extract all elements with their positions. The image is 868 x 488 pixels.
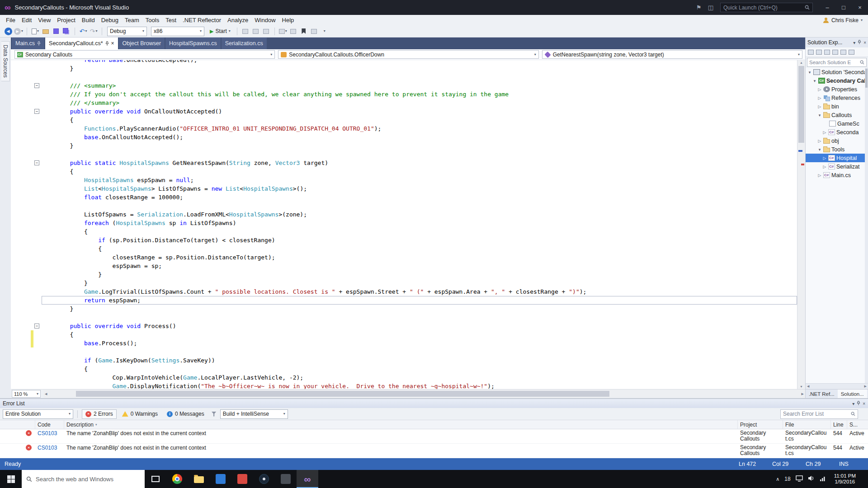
code-line[interactable]: { (11, 330, 797, 339)
menu-view[interactable]: View (35, 15, 54, 25)
collapse-arrow-icon[interactable]: ▾ (807, 70, 812, 75)
column-header-project[interactable]: Project (738, 420, 783, 429)
expand-arrow-icon[interactable]: ▷ (817, 173, 822, 178)
gray-app-taskbar-button[interactable] (275, 470, 297, 488)
error-code-link[interactable]: CS0103 (35, 445, 64, 451)
code-line[interactable]: Game.DisplayNotification("The ~b~Officer… (11, 382, 797, 389)
start-button[interactable] (0, 470, 22, 488)
expand-arrow-icon[interactable]: ▷ (817, 87, 822, 92)
column-header-code[interactable]: Code (35, 420, 64, 429)
panel-tab-net-ref[interactable]: .NET Ref... (806, 389, 838, 398)
column-header-s[interactable]: S... (847, 420, 868, 429)
scrollbar-thumb[interactable] (865, 69, 868, 88)
red-app-taskbar-button[interactable] (231, 470, 253, 488)
fold-collapse-icon[interactable]: − (34, 324, 39, 328)
tree-item-tools[interactable]: ▾Tools (806, 145, 868, 154)
code-line[interactable]: List<HospitalSpawns> ListOfSpawns = new … (11, 184, 797, 193)
window-position-icon[interactable]: ▾ (853, 40, 855, 45)
expand-arrow-icon[interactable]: ▷ (822, 156, 827, 160)
tree-item-secondary-call[interactable]: ▾Secondary Call (806, 76, 868, 85)
editor-vertical-scrollbar[interactable]: ▲ ▼ (797, 60, 805, 389)
visual-studio-taskbar-button[interactable]: ∞ (297, 470, 318, 488)
code-line[interactable]: } (11, 305, 797, 313)
toolbar-options-button[interactable]: ▾ (320, 26, 329, 36)
errors-filter-toggle[interactable]: ×2 Errors (82, 409, 117, 419)
code-line[interactable]: espSpawn = sp; (11, 262, 797, 270)
doc-tab-serialization-cs[interactable]: Serialization.cs (222, 38, 267, 49)
error-list-title-bar[interactable]: Error List ▾ × (0, 399, 868, 408)
breakpoint-margin[interactable] (11, 322, 31, 330)
error-row[interactable]: ×CS0103The name 'ZonahBlip' does not exi… (0, 429, 868, 444)
code-line[interactable]: float closestRange = 100000; (11, 193, 797, 202)
scrollbar-thumb[interactable] (798, 66, 804, 143)
maximize-button[interactable]: □ (835, 0, 852, 15)
scroll-right-icon[interactable]: ▶ (864, 385, 867, 388)
code-line[interactable]: return espSpawn; (11, 296, 797, 305)
volume-tray-icon[interactable] (808, 475, 815, 483)
breakpoint-margin[interactable] (11, 81, 31, 90)
breakpoint-margin[interactable] (11, 262, 31, 270)
menu-build[interactable]: Build (79, 15, 98, 25)
expand-arrow-icon[interactable]: ▷ (817, 104, 822, 109)
doc-tab-secondarycallout-cs[interactable]: SecondaryCallout.cs*× (45, 38, 118, 49)
code-line[interactable]: } (11, 141, 797, 150)
solution-explorer-title-bar[interactable]: Solution Exp... ▾ × (806, 38, 868, 47)
panel-tab-solution[interactable]: Solution... (838, 389, 867, 398)
break-all-button[interactable] (241, 26, 250, 36)
collapse-arrow-icon[interactable]: ▾ (812, 79, 817, 83)
breakpoint-margin[interactable] (11, 330, 31, 339)
breakpoint-margin[interactable] (11, 296, 31, 305)
new-file-button[interactable]: ▾ (31, 26, 40, 36)
breakpoint-margin[interactable] (11, 373, 31, 382)
tree-item-main-cs[interactable]: ▷Main.cs (806, 171, 868, 179)
menu-team[interactable]: Team (122, 15, 142, 25)
breakpoint-margin[interactable] (11, 124, 31, 133)
indent-button[interactable] (310, 26, 319, 36)
breakpoint-margin[interactable] (11, 73, 31, 81)
breakpoint-margin[interactable] (11, 347, 31, 356)
expand-arrow-icon[interactable]: ▷ (817, 96, 822, 100)
breakpoint-margin[interactable] (11, 193, 31, 202)
tree-item-bin[interactable]: ▷bin (806, 102, 868, 111)
navigate-back-button[interactable]: ◀ (4, 26, 13, 36)
chrome-taskbar-button[interactable] (166, 470, 188, 488)
breakpoint-margin[interactable] (11, 382, 31, 389)
menu-window[interactable]: Window (251, 15, 278, 25)
fold-collapse-icon[interactable]: − (34, 160, 39, 165)
menu-test[interactable]: Test (162, 15, 179, 25)
breakpoint-margin[interactable] (11, 60, 31, 64)
breakpoint-margin[interactable] (11, 279, 31, 287)
column-header-description[interactable]: Description▾ (64, 420, 738, 429)
menu-help[interactable]: Help (279, 15, 297, 25)
breakpoint-margin[interactable] (11, 227, 31, 236)
find-in-files-button[interactable]: ▾ (278, 26, 288, 36)
column-header-file[interactable]: File (783, 420, 831, 429)
breakpoint-margin[interactable] (11, 90, 31, 99)
pin-icon[interactable] (37, 41, 41, 46)
sync-with-active-document-icon[interactable] (849, 50, 854, 55)
bookmark-button[interactable] (299, 26, 308, 36)
tree-item-properties[interactable]: ▷Properties (806, 85, 868, 94)
minimize-button[interactable]: – (819, 0, 835, 15)
step-over-button[interactable] (262, 26, 271, 36)
code-line[interactable]: Functions.PlayScannerAudio("OFFICER_INTR… (11, 124, 797, 133)
tree-item-callouts[interactable]: ▾Callouts (806, 111, 868, 119)
breakpoint-margin[interactable] (11, 270, 31, 279)
breakpoint-margin[interactable] (11, 141, 31, 150)
error-source-dropdown[interactable]: Build + IntelliSense▾ (220, 409, 288, 419)
breakpoint-margin[interactable] (11, 244, 31, 253)
fold-collapse-icon[interactable]: − (34, 109, 39, 114)
breakpoint-margin[interactable] (11, 184, 31, 193)
navigate-forward-button[interactable]: ▶▾ (14, 26, 23, 36)
error-scope-dropdown[interactable]: Entire Solution▾ (3, 409, 73, 419)
pin-icon[interactable] (858, 40, 861, 45)
undo-button[interactable]: ↶▾ (79, 26, 88, 36)
feedback-flag-icon[interactable]: ⚑ (696, 4, 702, 11)
expand-arrow-icon[interactable]: ▷ (817, 139, 822, 143)
scroll-down-icon[interactable]: ▼ (797, 385, 805, 388)
code-line[interactable]: − public override void OnCalloutNotAccep… (11, 107, 797, 116)
save-button[interactable] (52, 26, 61, 36)
code-line[interactable]: { (11, 227, 797, 236)
warnings-filter-toggle[interactable]: 0 Warnings (118, 409, 161, 419)
breakpoint-margin[interactable] (11, 287, 31, 296)
